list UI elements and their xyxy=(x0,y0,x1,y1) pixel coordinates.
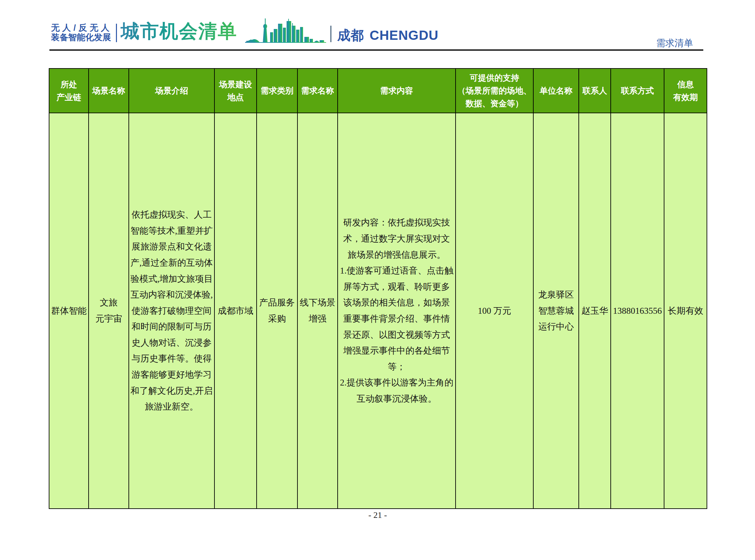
cell-contact-info: 13880163556 xyxy=(611,113,664,508)
header-divider xyxy=(330,26,331,42)
logo-tagline: 无人/反无人 装备智能化发展 xyxy=(51,23,117,42)
col-header-contact-info: 联系方式 xyxy=(611,68,664,113)
city-name-cn: 成都 xyxy=(337,28,364,42)
cell-demand-content: 研发内容：依托虚拟现实技术，通过数字大屏实现对文旅场景的增强信息展示。 1.使游… xyxy=(337,113,456,508)
page-section-label: 需求清单 xyxy=(656,37,693,49)
cell-demand-category: 产品服务 采购 xyxy=(257,113,297,508)
city-skyline-icon xyxy=(245,18,327,43)
cell-scene-intro: 依托虚拟现实、人工智能等技术,重塑并扩展旅游景点和文化遗产,通过全新的互动体验模… xyxy=(129,113,214,508)
col-header-location: 场景建设 地点 xyxy=(214,68,257,113)
col-header-demand-name: 需求名称 xyxy=(297,68,337,113)
cell-org-name: 龙泉驿区 智慧蓉城 运行中心 xyxy=(533,113,579,508)
col-header-industry-chain: 所处 产业链 xyxy=(49,68,89,113)
table-header-row: 所处 产业链 场景名称 场景介绍 场景建设 地点 需求类别 需求名称 需求内容 … xyxy=(49,68,707,113)
col-header-scene-name: 场景名称 xyxy=(89,68,129,113)
header-rule xyxy=(50,49,703,51)
logo-tagline-line2: 装备智能化发展 xyxy=(51,33,117,42)
col-header-demand-content: 需求内容 xyxy=(337,68,456,113)
col-header-validity: 信息 有效期 xyxy=(664,68,707,113)
col-header-scene-intro: 场景介绍 xyxy=(129,68,214,113)
cell-validity: 长期有效 xyxy=(664,113,707,508)
brand-divider xyxy=(116,24,117,42)
cell-location: 成都市域 xyxy=(214,113,257,508)
logo-tagline-line1: 无人/反无人 xyxy=(51,23,117,33)
cell-scene-name: 文旅 元宇宙 xyxy=(89,113,129,508)
document-page: 无人/反无人 装备智能化发展 城市机会清单 xyxy=(0,0,755,560)
col-header-contact-person: 联系人 xyxy=(579,68,611,113)
col-header-support: 可提供的支持 （场景所需的场地、 数据、资金等） xyxy=(456,68,533,113)
brand-title: 城市机会清单 xyxy=(120,22,237,40)
city-name: 成都CHENGDU xyxy=(337,26,439,44)
demand-table: 所处 产业链 场景名称 场景介绍 场景建设 地点 需求类别 需求名称 需求内容 … xyxy=(49,68,707,509)
col-header-demand-category: 需求类别 xyxy=(257,68,297,113)
col-header-org-name: 单位名称 xyxy=(533,68,579,113)
cell-demand-name: 线下场景 增强 xyxy=(297,113,337,508)
cell-support: 100 万元 xyxy=(456,113,533,508)
page-number: - 21 - xyxy=(49,510,706,520)
table-row: 群体智能 文旅 元宇宙 依托虚拟现实、人工智能等技术,重塑并扩展旅游景点和文化遗… xyxy=(49,113,707,508)
cell-contact-person: 赵玉华 xyxy=(579,113,611,508)
cell-industry-chain: 群体智能 xyxy=(49,113,89,508)
city-name-en: CHENGDU xyxy=(370,28,439,42)
